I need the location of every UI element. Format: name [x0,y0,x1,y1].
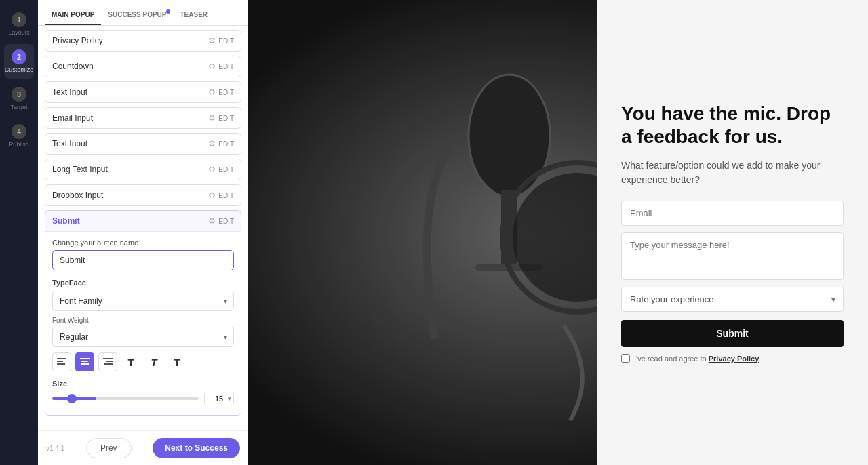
list-item-long-text-input[interactable]: Long Text Input ⚙ EDIT [45,159,241,180]
align-left-icon [57,358,66,366]
svg-rect-3 [80,358,90,359]
nav-number-4: 4 [12,124,26,139]
version-label: v1.4.1 [46,445,64,452]
nav-number-3: 3 [12,87,26,102]
elements-list: Privacy Policy ⚙ EDIT Countdown ⚙ EDIT T… [38,26,248,430]
edit-btn-dropbox-input[interactable]: ⚙ EDIT [208,190,234,200]
tab-main-popup[interactable]: MAIN POPUP [45,5,101,25]
privacy-policy-link[interactable]: Privacy Policy [709,355,760,363]
edit-btn-text-input-2[interactable]: ⚙ EDIT [208,139,234,148]
edit-btn-email-input[interactable]: ⚙ EDIT [208,113,234,123]
popup-submit-button[interactable]: Submit [621,320,844,347]
svg-rect-4 [82,361,88,362]
submit-panel-body: Change your button name TypeFace Font Fa… [45,231,241,415]
preview-background: You have the mic. Drop a feedback for us… [248,0,868,465]
submit-panel-title: Submit [52,216,80,226]
submit-panel: Submit ⚙ EDIT Change your button name Ty… [45,210,241,416]
preview-area: You have the mic. Drop a feedback for us… [248,0,868,465]
font-weight-select[interactable]: Regular Bold Light Medium [52,327,234,347]
prev-button[interactable]: Prev [86,438,132,458]
svg-rect-2 [57,363,65,365]
nav-label-layouts: Layouts [8,29,30,36]
popup-email-input[interactable] [621,201,844,226]
list-item-text-input-1[interactable]: Text Input ⚙ EDIT [45,81,241,103]
button-name-label: Change your button name [52,239,234,247]
nav-label-target: Target [10,104,27,110]
size-value-arrow-icon: ▾ [228,395,231,402]
edit-btn-privacy-policy[interactable]: ⚙ EDIT [208,36,234,45]
svg-point-10 [469,75,550,197]
align-center-button[interactable] [75,352,94,371]
popup-message-textarea[interactable] [621,232,844,280]
gear-icon: ⚙ [208,113,216,123]
tab-teaser[interactable]: TEASER [173,5,214,25]
gear-icon: ⚙ [208,36,216,45]
font-weight-wrapper: Regular Bold Light Medium ▾ [52,327,234,347]
nav-sidebar: 1 Layouts 2 Customize 3 Target 4 Publish [0,0,38,465]
svg-rect-0 [57,358,66,359]
nav-label-publish: Publish [9,141,29,148]
underline-button[interactable]: T [167,352,186,371]
gear-icon: ⚙ [208,165,216,174]
gear-icon: ⚙ [208,190,216,200]
align-left-button[interactable] [52,352,71,371]
popup-title: You have the mic. Drop a feedback for us… [621,102,844,148]
font-family-wrapper: Font Family Arial Georgia Helvetica Time… [52,291,234,311]
customize-panel: MAIN POPUP SUCCESS POPUP TEASER Privacy … [38,0,248,465]
svg-rect-1 [57,361,63,362]
nav-number-1: 1 [12,12,26,27]
button-name-input[interactable] [52,250,234,270]
align-right-button[interactable] [98,352,117,371]
list-item-text-input-2[interactable]: Text Input ⚙ EDIT [45,133,241,155]
size-row: ▾ [52,392,234,405]
font-family-select[interactable]: Font Family Arial Georgia Helvetica Time… [52,291,234,311]
font-weight-label: Font Weight [52,317,234,324]
bold-button[interactable]: T [121,352,140,371]
popup-experience-select[interactable]: Rate your experience 1 - Poor 2 - Fair 3… [621,287,844,312]
svg-rect-8 [104,363,113,365]
sidebar-item-publish[interactable]: 4 Publish [4,119,34,153]
privacy-checkbox[interactable] [621,354,630,363]
list-item-email-input[interactable]: Email Input ⚙ EDIT [45,107,241,129]
success-popup-dot [166,9,170,14]
italic-button[interactable]: T [144,352,163,371]
nav-number-2: 2 [12,49,26,64]
next-button[interactable]: Next to Success [153,438,240,458]
list-item-dropbox-input[interactable]: Dropbox Input ⚙ EDIT [45,184,241,206]
popup-privacy-row: I've read and agree to Privacy Policy. [621,354,844,363]
sidebar-item-target[interactable]: 3 Target [4,81,34,116]
size-slider[interactable] [52,397,199,400]
tabs-bar: MAIN POPUP SUCCESS POPUP TEASER [38,0,248,26]
align-center-icon [80,358,90,366]
svg-rect-5 [81,363,89,365]
gear-icon: ⚙ [208,62,216,71]
tab-success-popup[interactable]: SUCCESS POPUP [101,5,173,25]
gear-icon: ⚙ [208,139,216,148]
sidebar-item-customize[interactable]: 2 Customize [4,44,34,79]
popup-select-wrapper: Rate your experience 1 - Poor 2 - Fair 3… [621,287,844,312]
align-right-icon [103,358,113,366]
edit-btn-submit[interactable]: ⚙ EDIT [208,216,234,226]
popup-subtitle: What feature/option could we add to make… [621,159,844,187]
alignment-tools: T T T [52,352,234,371]
gear-icon: ⚙ [208,216,216,226]
svg-rect-7 [106,361,113,362]
submit-panel-header: Submit ⚙ EDIT [45,211,241,231]
svg-rect-6 [103,358,113,359]
edit-btn-countdown[interactable]: ⚙ EDIT [208,62,234,71]
size-value-wrapper: ▾ [204,392,234,405]
edit-btn-text-input-1[interactable]: ⚙ EDIT [208,87,234,97]
edit-btn-long-text-input[interactable]: ⚙ EDIT [208,165,234,174]
list-item-countdown[interactable]: Countdown ⚙ EDIT [45,56,241,77]
privacy-text: I've read and agree to Privacy Policy. [634,355,761,363]
size-label: Size [52,380,234,388]
nav-label-customize: Customize [5,66,34,73]
popup-card: You have the mic. Drop a feedback for us… [597,0,868,465]
gear-icon: ⚙ [208,87,216,97]
typeface-label: TypeFace [52,279,234,287]
sidebar-item-layouts[interactable]: 1 Layouts [4,7,34,41]
bottom-bar: v1.4.1 Prev Next to Success [38,430,248,465]
list-item-privacy-policy[interactable]: Privacy Policy ⚙ EDIT [45,30,241,52]
